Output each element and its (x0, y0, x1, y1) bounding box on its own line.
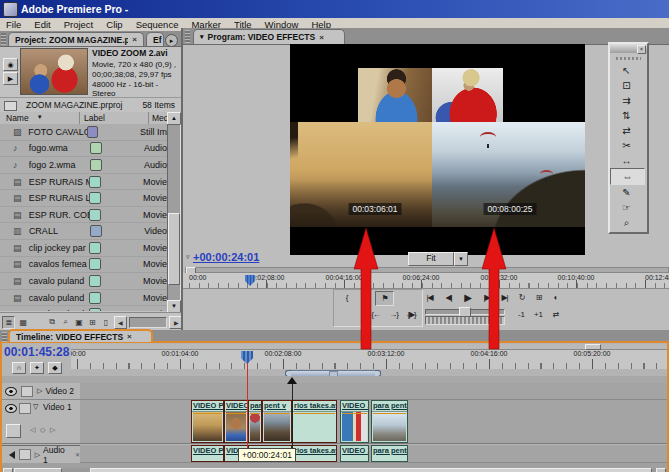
slip-tool[interactable]: ↔ (610, 153, 643, 168)
new-item-button[interactable]: ⊞ (87, 317, 98, 328)
step-forward-button[interactable]: |▶ (478, 291, 495, 304)
trim-apply-button[interactable]: ⇄ (547, 308, 564, 321)
set-display-style-button[interactable] (6, 424, 21, 438)
project-row[interactable]: ▤ ESP RUR. COE Movie (0, 207, 167, 224)
tab-effects-partial[interactable]: Ef (146, 32, 164, 46)
zoom-tool[interactable]: ⌕ (610, 215, 643, 230)
label-swatch[interactable] (89, 176, 101, 188)
automate-to-sequence-button[interactable]: ⧉ (46, 317, 57, 328)
toggle-track-output-icon[interactable] (5, 404, 17, 413)
zoom-level-dropdown-icon[interactable]: ▼ (454, 252, 468, 266)
label-swatch[interactable] (87, 126, 98, 138)
scroll-right-icon[interactable] (656, 468, 666, 472)
panel-grip[interactable] (2, 332, 7, 342)
menu-edit[interactable]: Edit (34, 19, 50, 30)
label-swatch[interactable] (89, 192, 101, 204)
track-select-tool[interactable]: ⊡ (610, 78, 643, 93)
track-video2-content[interactable] (80, 383, 667, 400)
project-row[interactable]: ▤ cavalo puland Movie (0, 273, 167, 290)
label-swatch[interactable] (89, 242, 101, 254)
shuttle-slider[interactable] (425, 309, 505, 315)
column-name[interactable]: Name (6, 113, 29, 123)
timeline-clip[interactable]: VIDEO (224, 400, 248, 443)
rate-stretch-tool[interactable]: ⇄ (610, 123, 643, 138)
snap-toggle[interactable]: ∩ (12, 362, 26, 374)
set-out-point-button[interactable]: } (356, 291, 373, 304)
expand-track-icon[interactable]: ▷ (37, 387, 42, 395)
set-in-point-button[interactable]: { (338, 291, 355, 304)
toggle-track-output-icon[interactable] (5, 451, 15, 459)
scrollbar-thumb[interactable] (168, 213, 180, 285)
sort-arrow-icon[interactable]: ▾ (38, 113, 42, 121)
label-swatch[interactable] (89, 275, 101, 287)
pen-tool[interactable]: ✎ (610, 185, 643, 200)
timeline-clip[interactable]: para pent3 (371, 400, 408, 443)
slide-tool[interactable]: ⇔ (610, 168, 645, 185)
rolling-edit-tool[interactable]: ⇅ (610, 108, 643, 123)
tab-timeline[interactable]: Timeline: VIDEO EFFECTS × (8, 329, 153, 342)
clear-button[interactable]: ▯ (100, 317, 111, 328)
project-row[interactable]: ♪ fogo.wma Audio (0, 141, 167, 158)
set-marker-button[interactable]: ⚑ (375, 291, 394, 306)
timecode-menu-icon[interactable]: ▿ (186, 253, 190, 261)
project-row[interactable]: ♪ fogo 2.wma Audio (0, 157, 167, 174)
label-swatch[interactable] (89, 292, 101, 304)
menu-clip[interactable]: Clip (106, 19, 122, 30)
unnumbered-marker-button[interactable]: ◆ (48, 362, 62, 374)
label-swatch[interactable] (89, 308, 101, 311)
loop-button[interactable]: ↻ (513, 291, 530, 304)
track-lock-toggle[interactable] (19, 449, 31, 460)
project-row[interactable]: ▤ ESP RURAIS M Movie (0, 174, 167, 191)
go-to-in-button[interactable]: |◀ (421, 291, 438, 304)
label-swatch[interactable] (89, 258, 101, 270)
timeline-audio-clip[interactable]: VIDEO ZO (340, 445, 369, 462)
close-icon[interactable]: × (132, 35, 137, 44)
close-icon[interactable]: × (637, 45, 646, 54)
label-swatch[interactable] (90, 225, 102, 237)
zoom-level-select[interactable]: Fit (408, 252, 454, 266)
project-row[interactable]: ▥ CRALL Video (0, 223, 167, 240)
jog-wheel[interactable] (425, 316, 505, 325)
razor-tool[interactable]: ✂ (610, 138, 643, 153)
encore-chapter-marker-button[interactable]: ✦ (30, 362, 44, 374)
zoom-out-button[interactable] (3, 468, 13, 472)
close-icon[interactable]: × (319, 33, 324, 42)
horizontal-scrollbar-thumb[interactable] (90, 468, 652, 472)
go-to-next-edit-button[interactable]: →} (385, 308, 402, 321)
timeline-clip[interactable]: VIDEO ZO (340, 400, 369, 443)
trim-back-button[interactable]: -1 (513, 308, 530, 321)
timeline-clip[interactable]: rios takes.avi (292, 400, 337, 443)
column-label[interactable]: Label (84, 113, 105, 123)
safe-margins-button[interactable]: ⊞ (530, 291, 547, 304)
palette-grip[interactable] (616, 55, 641, 61)
timeline-clip[interactable]: pent v (262, 400, 292, 443)
new-bin-button[interactable]: ▣ (73, 317, 84, 328)
collapse-track-icon[interactable]: ▽ (33, 403, 38, 411)
timeline-clip[interactable]: par (248, 400, 262, 443)
project-horizontal-scrollbar[interactable] (129, 317, 167, 328)
scroll-left-icon[interactable]: ◀ (114, 316, 127, 329)
track-name[interactable]: Video 1 (43, 402, 72, 412)
program-time-ruler[interactable]: 00:00 00:02:08:00 00:04:16:00 00:06:24:0… (183, 273, 669, 289)
play-preview-button[interactable]: ▶ (3, 72, 18, 85)
play-in-to-out-button[interactable]: {▶} (403, 308, 420, 321)
add-keyframe-icon[interactable]: ◇ (40, 426, 45, 434)
tab-program[interactable]: ▾ Program: VIDEO EFFECTS × (193, 29, 345, 44)
poster-frame-button[interactable]: ◉ (3, 58, 18, 71)
find-button[interactable]: ⌕ (60, 317, 71, 328)
expand-track-icon[interactable]: ▷ (35, 451, 40, 459)
panel-grip[interactable] (185, 30, 190, 43)
list-view-button[interactable]: ≣ (2, 316, 15, 329)
program-offset-timecode[interactable]: +00:00:24:01 (193, 251, 259, 263)
play-button[interactable]: ▶ (459, 291, 476, 304)
project-row[interactable]: ▨ FOTO CAVALO Still Im (0, 124, 167, 141)
project-row[interactable]: ▤ cavalo puland Movie (0, 290, 167, 307)
timeline-timecode[interactable]: 00:01:45:28 (4, 345, 69, 359)
close-icon[interactable]: × (127, 332, 132, 341)
label-swatch[interactable] (90, 142, 102, 154)
previous-keyframe-icon[interactable]: ◁ (30, 426, 35, 434)
project-row[interactable]: ▤ cavalos femea Movie (0, 257, 167, 274)
project-vertical-scrollbar[interactable] (167, 124, 181, 302)
toggle-track-output-icon[interactable] (5, 387, 17, 396)
menu-project[interactable]: Project (64, 19, 94, 30)
